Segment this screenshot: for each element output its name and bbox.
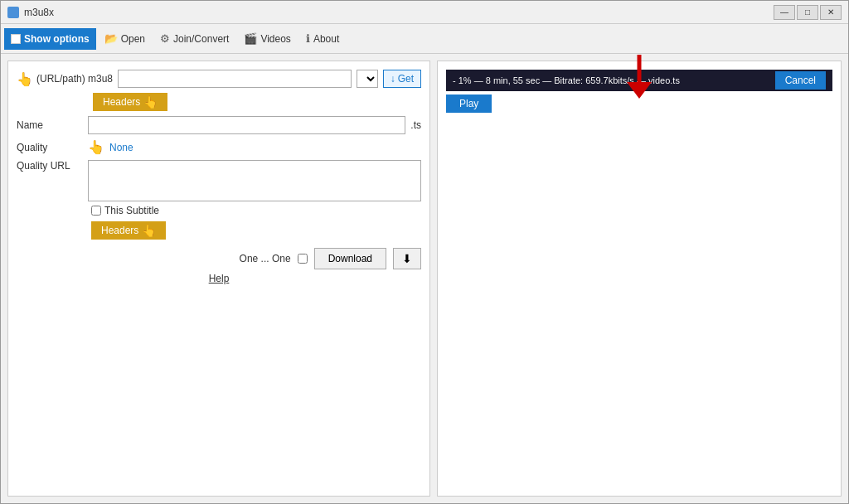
headers-button-1[interactable]: Headers 👆 [93, 93, 167, 111]
headers-label-1: Headers [103, 96, 140, 108]
videos-icon: 🎬 [244, 32, 257, 45]
play-button[interactable]: Play [446, 94, 492, 113]
quality-row: Quality 👆 None [17, 139, 421, 155]
join-convert-label: Join/Convert [173, 33, 229, 45]
name-row: Name .ts [17, 116, 421, 134]
right-panel: - 1% — 8 min, 55 sec — Bitrate: 659.7kbi… [437, 61, 842, 497]
headers-button-2[interactable]: Headers 👆 [91, 221, 166, 240]
url-label: (URL/path) m3u8 [36, 73, 113, 85]
title-bar: m3u8x — □ ✕ [1, 1, 848, 24]
name-input[interactable] [88, 116, 405, 134]
open-icon: 📂 [104, 32, 118, 45]
main-window: m3u8x — □ ✕ Show options 📂 Open ⚙ Join/C… [0, 0, 849, 504]
red-arrow-container [619, 54, 660, 99]
headers-label-2: Headers [101, 225, 138, 236]
cancel-button[interactable]: Cancel [775, 71, 826, 90]
close-button[interactable]: ✕ [820, 5, 842, 20]
ts-suffix: .ts [410, 119, 421, 131]
get-label: Get [398, 73, 414, 85]
name-label: Name [17, 119, 83, 131]
download-icon: ⬇ [402, 252, 412, 265]
quality-url-textarea[interactable] [88, 160, 421, 201]
headers-hand-icon-1: 👆 [143, 95, 158, 109]
app-icon [7, 7, 19, 18]
one-one-checkbox[interactable] [298, 254, 308, 264]
download-icon-button[interactable]: ⬇ [393, 248, 421, 269]
videos-label: Videos [260, 33, 290, 45]
red-arrow-svg [619, 54, 660, 99]
about-icon: ℹ [306, 32, 310, 45]
menu-bar: Show options 📂 Open ⚙ Join/Convert 🎬 Vid… [1, 24, 848, 54]
url-hand-icon: 👆 [17, 71, 33, 87]
subtitle-checkbox[interactable] [91, 206, 101, 216]
join-convert-menu-item[interactable]: ⚙ Join/Convert [153, 28, 235, 50]
title-bar-left: m3u8x [7, 7, 54, 18]
subtitle-label: This Subtitle [104, 205, 159, 216]
url-label-container: 👆 (URL/path) m3u8 [17, 71, 113, 87]
get-button[interactable]: ↓ Get [383, 70, 421, 88]
svg-marker-2 [627, 82, 652, 99]
download-label: Download [328, 253, 372, 264]
content-area: 👆 (URL/path) m3u8 ↓ Get Headers 👆 [1, 54, 848, 503]
one-one-label: One ... One [240, 253, 291, 264]
help-link[interactable]: Help [17, 273, 421, 284]
download-button[interactable]: Download [314, 248, 386, 269]
url-input[interactable] [118, 70, 352, 88]
quality-label: Quality [17, 142, 83, 153]
title-bar-controls: — □ ✕ [774, 5, 842, 20]
videos-menu-item[interactable]: 🎬 Videos [237, 28, 297, 50]
show-options-checkbox[interactable] [11, 34, 21, 44]
window-title: m3u8x [24, 7, 54, 18]
minimize-button[interactable]: — [774, 5, 795, 20]
headers-row-2: Headers 👆 [17, 221, 421, 240]
show-options-menu[interactable]: Show options [4, 28, 96, 50]
url-dropdown[interactable] [357, 70, 378, 88]
quality-url-row: Quality URL [17, 160, 421, 201]
open-menu-item[interactable]: 📂 Open [98, 28, 152, 50]
about-menu-item[interactable]: ℹ About [299, 28, 346, 50]
show-options-label: Show options [24, 33, 90, 45]
quality-value: None [109, 142, 133, 153]
left-panel: 👆 (URL/path) m3u8 ↓ Get Headers 👆 [7, 61, 430, 497]
about-label: About [313, 33, 339, 45]
subtitle-row: This Subtitle [17, 205, 421, 216]
bottom-row: One ... One Download ⬇ [17, 248, 421, 269]
quality-url-label: Quality URL [17, 160, 83, 172]
get-icon: ↓ [391, 73, 395, 85]
open-label: Open [121, 33, 145, 45]
quality-hand-icon: 👆 [88, 139, 104, 155]
join-convert-icon: ⚙ [160, 32, 170, 45]
maximize-button[interactable]: □ [797, 5, 818, 20]
headers-row-1: Headers 👆 [17, 93, 421, 111]
url-row: 👆 (URL/path) m3u8 ↓ Get [17, 70, 421, 88]
headers-hand-icon-2: 👆 [142, 224, 156, 237]
